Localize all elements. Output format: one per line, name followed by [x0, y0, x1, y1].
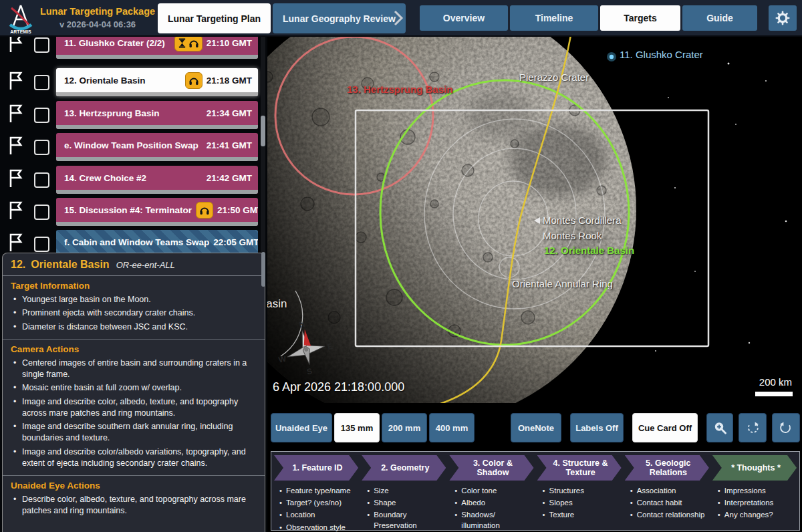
pointer-left-icon [534, 217, 540, 224]
artemis-logo: ARTEMIS [5, 2, 36, 35]
item-checkbox[interactable] [34, 172, 49, 188]
bullet: Prominent ejecta with secondary crater c… [11, 307, 257, 319]
label-orientale-basin: 12. Orientale Basin [544, 245, 634, 256]
app-version: v 2026-04-04 06:36 [39, 19, 156, 29]
label-montes-rook: Montes Rook [543, 230, 602, 241]
glushko-marker [607, 52, 616, 61]
flag-icon[interactable] [7, 233, 27, 253]
tab-overview[interactable]: Overview [420, 5, 508, 31]
workflow-step-header[interactable]: 3. Color & Shadow [449, 455, 533, 481]
onenote-button[interactable]: OneNote [511, 413, 561, 442]
app-title-block: Lunar Targeting Package v 2026-04-04 06:… [39, 5, 156, 29]
flag-icon[interactable] [7, 71, 27, 94]
item-checkbox[interactable] [34, 37, 49, 53]
tab-timeline[interactable]: Timeline [510, 5, 598, 31]
tab-lunar-geography-review[interactable]: Lunar Geography Review [273, 3, 406, 33]
timeline-item-cabin-swap[interactable]: f. Cabin and Window Teams Swap 22:05 GMT [56, 230, 258, 253]
timeline-row: 11. Glushko Crater (2/2) 21:10 GMT [0, 37, 258, 59]
label-partial-basin: Basin [267, 297, 287, 311]
bullet: Image and describe color, albedo, textur… [11, 396, 257, 420]
timeline-row: 12. Orientale Basin 21:18 GMT [0, 68, 258, 96]
timeline-item-hertzsprung[interactable]: 13. Hertzsprung Basin 21:34 GMT [56, 101, 258, 129]
headphones-icon [199, 205, 210, 215]
tab-guide[interactable]: Guide [682, 5, 757, 31]
bullet: Mosaic entire basin at full zoom w/ over… [11, 382, 257, 394]
timeline-item-window-swap[interactable]: e. Window Team Position Swap 21:41 GMT [56, 133, 258, 161]
timeline-item-discussion-terminator[interactable]: 15. Discussion #4: Terminator 21:50 GMT [56, 198, 258, 226]
workflow-step-header[interactable]: 4. Structure & Texture [537, 455, 622, 481]
rotate-cw-button[interactable] [739, 413, 767, 442]
audio-badge [196, 202, 213, 219]
flag-icon[interactable] [7, 201, 27, 223]
workflow-step-feature-id: 1. Feature ID Feature type/name Target? … [274, 455, 358, 527]
flag-icon[interactable] [7, 136, 27, 158]
document-tabs: Lunar Targeting Plan Lunar Geography Rev… [158, 3, 406, 33]
headphones-icon [188, 76, 199, 86]
progress-bar [56, 125, 258, 129]
rotate-ccw-icon [779, 421, 793, 434]
progress-bar [56, 92, 258, 96]
bullet: Youngest large basin on the Moon. [11, 294, 257, 305]
workflow-step-header[interactable]: * Thoughts * [712, 455, 797, 481]
label-pierazzo-crater: Pierazzo Crater [519, 72, 589, 83]
lens-unaided-eye-button[interactable]: Unaided Eye [271, 413, 332, 442]
chevron-right-icon[interactable] [392, 9, 405, 27]
timeline-item-crew-choice[interactable]: 14. Crew Choice #2 21:42 GMT [56, 166, 258, 194]
workflow-step-header[interactable]: 5. Geologic Relations [625, 455, 709, 481]
flag-icon[interactable] [7, 104, 27, 126]
workflow-step-header[interactable]: 1. Feature ID [274, 455, 358, 481]
audio-badge [174, 37, 203, 51]
item-checkbox[interactable] [34, 75, 49, 90]
app-header: ARTEMIS Lunar Targeting Package v 2026-0… [0, 0, 802, 37]
bullet: Centered images of entire basin and surr… [11, 358, 257, 381]
lens-135mm-button[interactable]: 135 mm [334, 413, 380, 442]
camera-toolbar: Unaided Eye 135 mm 200 mm 400 mm OneNote… [271, 413, 800, 442]
tab-targets[interactable]: Targets [600, 5, 680, 31]
label-glushko-crater: 11. Glushko Crater [620, 49, 703, 60]
zoom-in-button[interactable] [706, 413, 733, 442]
app-title: Lunar Targeting Package [39, 5, 156, 18]
timeline-list: 11. Glushko Crater (2/2) 21:10 GMT [0, 37, 267, 253]
map-timestamp: 6 Apr 2026 21:18:00.000 [273, 380, 404, 394]
workflow-step-geometry: 2. Geometry Size Shape Boundary Preserva… [362, 455, 446, 527]
observation-workflow: 1. Feature ID Feature type/name Target? … [271, 451, 800, 531]
workflow-step-header[interactable]: 2. Geometry [362, 455, 446, 481]
zoom-in-icon [713, 421, 727, 435]
scale-label: 200 km [735, 376, 792, 388]
bullet: Diameter is distance between JSC and KSC… [11, 321, 257, 333]
target-title-row: 12.Orientale BasinOR-ee-ent-ALL [3, 253, 265, 276]
label-montes-cordillera: Montes Cordillera [534, 215, 622, 226]
item-checkbox[interactable] [34, 108, 49, 123]
labels-toggle-button[interactable]: Labels Off [570, 413, 624, 442]
timeline-item-orientale[interactable]: 12. Orientale Basin 21:18 GMT [56, 68, 258, 96]
lens-200mm-button[interactable]: 200 mm [382, 413, 427, 442]
workflow-step-geologic-relations: 5. Geologic Relations Association Contac… [625, 455, 709, 527]
label-hertzsprung-basin: 13. Hertzsprung Basin [347, 84, 452, 95]
target-pronunciation: OR-ee-ent-ALL [116, 260, 175, 270]
timeline-row: 14. Crew Choice #2 21:42 GMT [0, 166, 258, 194]
view-tabs: Overview Timeline Targets Guide [420, 5, 797, 31]
section-target-information: Target Information Youngest large basin … [3, 276, 265, 340]
item-checkbox[interactable] [34, 237, 49, 252]
bullet: Describe color, albedo, texture, and top… [11, 494, 257, 517]
lunar-map-view[interactable]: N E W S 11. Glushko Crater Pierazzo Crat… [267, 37, 802, 403]
details-scrollbar-thumb[interactable] [261, 252, 265, 287]
gear-icon [775, 11, 790, 25]
cue-card-toggle-button[interactable]: Cue Card Off [632, 413, 698, 442]
progress-bar [56, 157, 258, 161]
rotate-ccw-button[interactable] [772, 413, 800, 442]
target-name: Orientale Basin [31, 259, 109, 270]
flag-icon[interactable] [7, 37, 27, 56]
flag-icon[interactable] [7, 168, 27, 191]
bullet: Image and describe southern dark annular… [11, 421, 257, 444]
item-checkbox[interactable] [34, 205, 49, 220]
settings-button[interactable] [769, 5, 797, 31]
section-camera-actions: Camera Actions Centered images of entire… [3, 340, 265, 476]
tab-lunar-targeting-plan[interactable]: Lunar Targeting Plan [158, 3, 271, 33]
item-checkbox[interactable] [34, 140, 49, 155]
lens-400mm-button[interactable]: 400 mm [429, 413, 475, 442]
timeline-item-glushko[interactable]: 11. Glushko Crater (2/2) 21:10 GMT [56, 37, 258, 59]
progress-bar [56, 190, 258, 194]
timeline-scrollbar-thumb[interactable] [261, 116, 265, 146]
timeline-row: f. Cabin and Window Teams Swap 22:05 GMT [0, 230, 258, 253]
